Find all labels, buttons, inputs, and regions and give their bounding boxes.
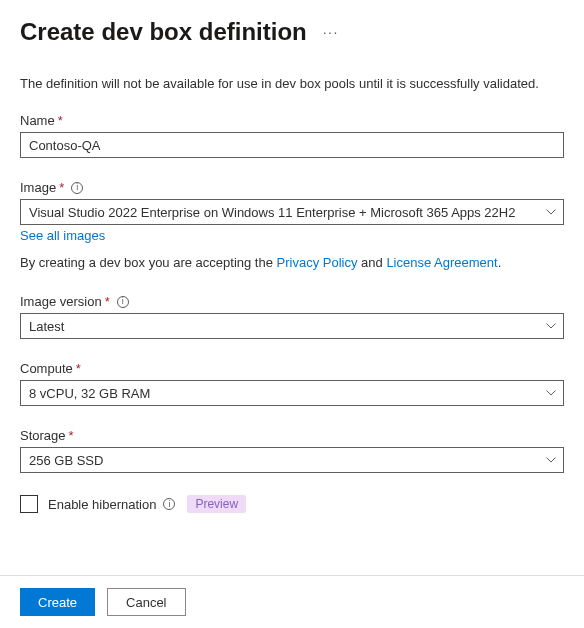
accept-prefix: By creating a dev box you are accepting … [20,255,277,270]
required-asterisk: * [69,428,74,443]
compute-select-value: 8 vCPU, 32 GB RAM [29,386,150,401]
hibernation-label: Enable hibernation i Preview [48,495,246,513]
compute-label: Compute * [20,361,564,376]
see-all-images-link[interactable]: See all images [20,228,105,243]
storage-label-text: Storage [20,428,66,443]
name-label-text: Name [20,113,55,128]
name-input[interactable] [20,132,564,158]
image-version-label-text: Image version [20,294,102,309]
license-agreement-link[interactable]: License Agreement [386,255,497,270]
image-version-select[interactable]: Latest [20,313,564,339]
image-label: Image * i [20,180,564,195]
required-asterisk: * [105,294,110,309]
image-version-label: Image version * i [20,294,564,309]
image-select-value: Visual Studio 2022 Enterprise on Windows… [29,205,515,220]
accept-text: By creating a dev box you are accepting … [20,255,564,270]
description-text: The definition will not be available for… [20,76,564,91]
enable-hibernation-checkbox[interactable] [20,495,38,513]
storage-label: Storage * [20,428,564,443]
storage-select[interactable]: 256 GB SSD [20,447,564,473]
accept-and: and [357,255,386,270]
cancel-button[interactable]: Cancel [107,588,185,616]
image-version-field-group: Image version * i Latest [20,294,564,339]
image-version-select-value: Latest [29,319,64,334]
hibernation-row: Enable hibernation i Preview [20,495,564,513]
info-icon[interactable]: i [117,296,129,308]
compute-field-group: Compute * 8 vCPU, 32 GB RAM [20,361,564,406]
privacy-policy-link[interactable]: Privacy Policy [277,255,358,270]
image-select[interactable]: Visual Studio 2022 Enterprise on Windows… [20,199,564,225]
compute-select[interactable]: 8 vCPU, 32 GB RAM [20,380,564,406]
hibernation-label-text: Enable hibernation [48,497,156,512]
footer: Create Cancel [0,575,584,628]
compute-label-text: Compute [20,361,73,376]
page-title: Create dev box definition [20,18,307,46]
create-button[interactable]: Create [20,588,95,616]
accept-suffix: . [498,255,502,270]
image-field-group: Image * i Visual Studio 2022 Enterprise … [20,180,564,243]
preview-badge: Preview [187,495,246,513]
info-icon[interactable]: i [71,182,83,194]
info-icon[interactable]: i [163,498,175,510]
storage-select-value: 256 GB SSD [29,453,103,468]
more-icon[interactable]: ··· [323,24,339,40]
image-label-text: Image [20,180,56,195]
name-field-group: Name * [20,113,564,158]
required-asterisk: * [76,361,81,376]
required-asterisk: * [58,113,63,128]
storage-field-group: Storage * 256 GB SSD [20,428,564,473]
required-asterisk: * [59,180,64,195]
name-label: Name * [20,113,564,128]
